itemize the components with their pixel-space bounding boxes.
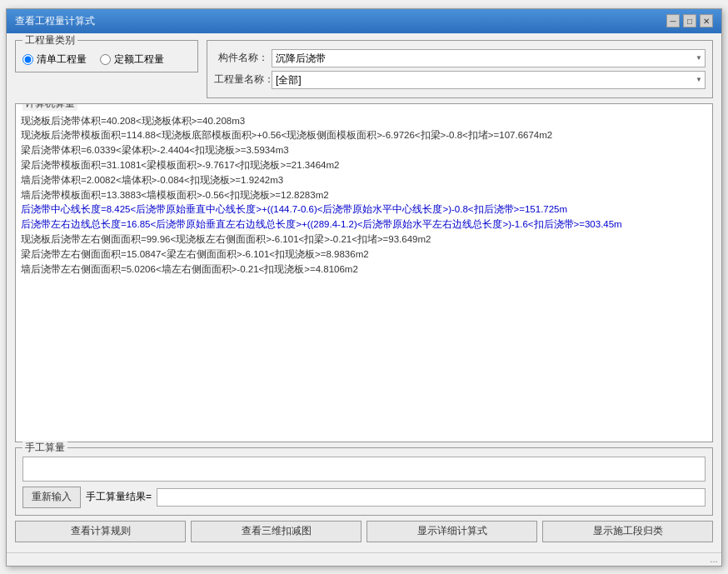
computer-calc-group: 计算机算量 现浇板后浇带体积=40.208<现浇板体积>=40.208m3现浇板… [15, 103, 713, 442]
window-title: 查看工程量计算式 [15, 14, 95, 28]
calc-line: 梁后浇带左右侧面面积=15.0847<梁左右侧面面积>-6.101<扣现浇板>=… [21, 247, 707, 262]
manual-textarea[interactable] [22, 457, 706, 482]
quantity-name-select-wrapper: [全部] [272, 71, 706, 89]
component-name-select[interactable]: 沉降后浇带 [272, 49, 706, 67]
title-bar: 查看工程量计算式 ─ □ ✕ [7, 9, 721, 33]
bottom-button-row: 查看计算规则 查看三维扣减图 显示详细计算式 显示施工段归类 [15, 521, 713, 546]
top-section: 工程量类别 清单工程量 定额工程量 构件名称： [15, 40, 713, 98]
calc-line: 梁后浇带模板面积=31.1081<梁模板面积>-9.7617<扣现浇板>=21.… [21, 158, 707, 173]
component-name-label: 构件名称： [214, 51, 268, 65]
radio-quota-label: 定额工程量 [114, 52, 164, 67]
radio-clearance-label: 清单工程量 [37, 52, 87, 67]
radio-quota-input[interactable] [100, 54, 111, 65]
main-window: 查看工程量计算式 ─ □ ✕ 工程量类别 清单工程量 定额工程量 [6, 8, 722, 567]
calc-line: 后浇带左右边线总长度=16.85<后浇带原始垂直左右边线总长度>+((289.4… [21, 217, 707, 232]
calc-line: 墙后浇带模板面积=13.3883<墙模板面积>-0.56<扣现浇板>=12.82… [21, 188, 707, 203]
quantity-name-row: 工程量名称： [全部] [214, 71, 706, 89]
manual-content: 重新输入 手工算量结果= [16, 448, 712, 515]
window-content: 工程量类别 清单工程量 定额工程量 构件名称： [7, 33, 721, 552]
window-controls: ─ □ ✕ [666, 14, 713, 27]
manual-row: 重新输入 手工算量结果= [22, 487, 706, 508]
show-detail-calc-button[interactable]: 显示详细计算式 [366, 521, 537, 542]
view-calc-rules-button[interactable]: 查看计算规则 [15, 521, 186, 542]
quantity-name-label: 工程量名称： [214, 72, 268, 87]
radio-clearance-input[interactable] [22, 54, 33, 65]
project-type-group: 工程量类别 清单工程量 定额工程量 [15, 40, 198, 72]
calc-line: 后浇带中心线长度=8.425<后浇带原始垂直中心线长度>+((144.7-0.6… [21, 202, 707, 217]
maximize-button[interactable]: □ [683, 14, 696, 27]
view-3d-deduct-button[interactable]: 查看三维扣减图 [191, 521, 362, 542]
calc-line: 梁后浇带体积=6.0339<梁体积>-2.4404<扣现浇板>=3.5934m3 [21, 143, 707, 158]
reinput-button[interactable]: 重新输入 [22, 487, 81, 508]
minimize-button[interactable]: ─ [666, 14, 680, 27]
computer-calc-title: 计算机算量 [22, 103, 77, 111]
show-stage-classify-button[interactable]: 显示施工段归类 [542, 521, 713, 542]
radio-row: 清单工程量 定额工程量 [22, 52, 191, 67]
calc-line: 现浇板后浇带体积=40.208<现浇板体积>=40.208m3 [21, 114, 707, 129]
component-name-select-wrapper: 沉降后浇带 [272, 49, 706, 67]
manual-calc-group: 手工算量 重新输入 手工算量结果= [15, 447, 713, 516]
manual-result-input[interactable] [157, 488, 706, 507]
radio-clearance[interactable]: 清单工程量 [22, 52, 87, 67]
component-info-group: 构件名称： 沉降后浇带 工程量名称： [全部] [207, 40, 713, 98]
status-bar: … [7, 552, 721, 566]
calc-line: 现浇板后浇带左右侧面面积=99.96<现浇板左右侧面面积>-6.101<扣梁>-… [21, 232, 707, 247]
radio-quota[interactable]: 定额工程量 [100, 52, 164, 67]
status-text: … [710, 555, 718, 564]
calc-line: 墙后浇带左右侧面面积=5.0206<墙左右侧面面积>-0.21<扣现浇板>=4.… [21, 262, 707, 277]
project-type-group-title: 工程量类别 [22, 33, 77, 47]
component-name-row: 构件名称： 沉降后浇带 [214, 49, 706, 67]
close-button[interactable]: ✕ [700, 14, 713, 27]
manual-calc-title: 手工算量 [22, 441, 67, 455]
calc-line: 现浇板后浇带模板面积=114.88<现浇板底部模板面积>+0.56<现浇板侧面模… [21, 128, 707, 143]
calc-line: 墙后浇带体积=2.0082<墙体积>-0.084<扣现浇板>=1.9242m3 [21, 173, 707, 188]
manual-result-label: 手工算量结果= [86, 490, 152, 504]
calc-content: 现浇板后浇带体积=40.208<现浇板体积>=40.208m3现浇板后浇带模板面… [16, 104, 712, 442]
quantity-name-select[interactable]: [全部] [272, 71, 706, 89]
